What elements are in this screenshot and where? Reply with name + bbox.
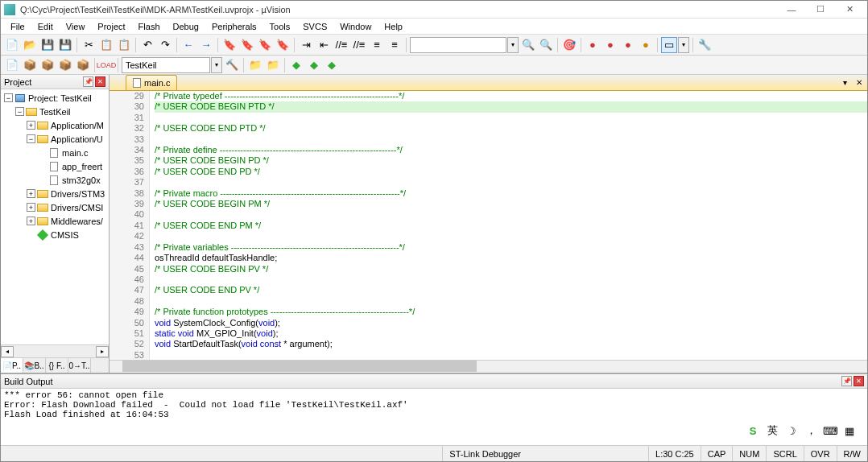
copy-icon[interactable]: 📋 [98,37,114,53]
expander-icon[interactable]: − [15,107,24,116]
panel-tab-3[interactable]: 0→T.. [68,358,91,373]
indent-icon[interactable]: ⇥ [298,37,314,53]
format2-icon[interactable]: ≡ [386,37,403,53]
manage-rte-icon[interactable]: ◆ [288,57,304,73]
expander-icon[interactable]: − [27,134,35,143]
tree-file-1-0[interactable]: main.c [1,146,109,159]
menu-view[interactable]: View [60,20,92,33]
redo-icon[interactable]: ↷ [157,37,173,53]
panel-tab-0[interactable]: 📄P.. [1,358,23,373]
target-select[interactable]: TestKeil [122,57,210,73]
menu-project[interactable]: Project [91,20,131,33]
select-packs-icon[interactable]: ◆ [324,57,340,73]
stop-build-icon[interactable]: 📦 [75,57,91,73]
menu-peripherals[interactable]: Peripherals [205,20,263,33]
minimize-button[interactable]: — [777,2,806,18]
breakpoint-kill-icon[interactable]: ● [638,37,654,53]
target-dropdown-icon[interactable]: ▾ [211,57,222,73]
debug-icon[interactable]: 🎯 [561,37,577,53]
save-icon[interactable]: 💾 [39,37,56,53]
menu-tools[interactable]: Tools [263,20,297,33]
breakpoint-icon[interactable]: ● [585,37,601,53]
window-layout-icon[interactable]: ▭ [661,37,677,53]
manage-env-icon[interactable]: 📁 [265,57,281,73]
menu-debug[interactable]: Debug [167,20,205,33]
expander-icon[interactable]: + [27,203,35,212]
pack-installer-icon[interactable]: ◆ [306,57,322,73]
nav-fwd-icon[interactable]: → [198,37,214,53]
project-hscroll[interactable]: ◂ ▸ [1,344,109,357]
tree-group-0[interactable]: +Application/M [1,118,109,132]
expander-icon[interactable]: + [27,217,35,225]
panel-pin-icon[interactable]: 📌 [83,76,93,87]
rebuild-icon[interactable]: 📦 [39,57,56,73]
paste-icon[interactable]: 📋 [116,37,132,53]
cut-icon[interactable]: ✂ [81,37,97,53]
build-pin-icon[interactable]: 📌 [841,376,852,386]
expander-icon[interactable]: + [27,121,35,130]
target-options-icon[interactable]: 🔨 [224,57,240,73]
batch-build-icon[interactable]: 📦 [57,57,73,73]
ime-floating-bar[interactable]: S 英 ☽ ， ⌨ ▦ [742,422,860,439]
uncomment-icon[interactable]: //≡ [351,37,367,53]
tree-file-1-1[interactable]: app_freert [1,159,109,173]
build-output-text[interactable]: *** error 56: cannot open file Error: Fl… [1,389,867,445]
tree-target[interactable]: −TestKeil [1,105,109,118]
undo-icon[interactable]: ↶ [139,37,155,53]
bookmark-clear-icon[interactable]: 🔖 [275,37,291,53]
bookmark-icon[interactable]: 🔖 [221,37,238,53]
tree-cmsis[interactable]: CMSIS [1,228,109,241]
panel-tab-2[interactable]: {} F.. [46,358,68,373]
scroll-thumb[interactable] [122,361,477,372]
panel-tab-1[interactable]: 📚B.. [23,358,46,373]
build-icon[interactable]: 📦 [22,57,38,73]
find-icon[interactable]: 🔍 [520,37,536,53]
editor-hscroll[interactable] [110,360,867,373]
expander-icon[interactable]: − [4,93,13,102]
ime-moon-icon[interactable]: ☽ [784,423,799,438]
tree-file-1-2[interactable]: stm32g0x [1,173,109,187]
project-tree[interactable]: −Project: TestKeil−TestKeil+Application/… [1,89,109,344]
editor-tab-main[interactable]: main.c [126,75,177,90]
tree-group-4[interactable]: +Middlewares/ [1,214,109,228]
outdent-icon[interactable]: ⇤ [316,37,332,53]
nav-back-icon[interactable]: ← [180,37,196,53]
file-ext-icon[interactable]: 📁 [247,57,263,73]
find-in-files-icon[interactable]: 🔍 [538,37,554,53]
open-file-icon[interactable]: 📂 [22,37,38,53]
bookmark-prev-icon[interactable]: 🔖 [239,37,255,53]
format-icon[interactable]: ≡ [369,37,385,53]
code-lines[interactable]: /* Private typedef ---------------------… [150,91,867,360]
build-close-icon[interactable]: ✕ [854,376,864,386]
editor-dropdown-icon[interactable]: ▾ [838,76,851,89]
panel-close-icon[interactable]: ✕ [95,76,105,87]
tree-project-root[interactable]: −Project: TestKeil [1,91,109,105]
code-area[interactable]: 2930313233343536373839404142434445464748… [110,91,867,360]
bookmark-next-icon[interactable]: 🔖 [257,37,273,53]
scroll-right-icon[interactable]: ▸ [96,346,109,357]
save-all-icon[interactable]: 💾 [57,37,73,53]
ime-punct-icon[interactable]: ， [804,423,818,438]
ime-grid-icon[interactable]: ▦ [842,423,857,438]
maximize-button[interactable]: ☐ [806,2,835,18]
breakpoint-disable-icon[interactable]: ● [620,37,636,53]
expander-icon[interactable]: + [27,189,35,198]
tree-group-2[interactable]: +Drivers/STM3 [1,187,109,200]
editor-close-icon[interactable]: ✕ [853,76,866,89]
ime-lang-icon[interactable]: 英 [765,423,779,438]
breakpoint-toggle-icon[interactable]: ● [602,37,618,53]
ime-keyboard-icon[interactable]: ⌨ [823,423,837,438]
ime-logo-icon[interactable]: S [746,423,760,438]
find-combo[interactable] [410,37,506,53]
find-dropdown-icon[interactable]: ▾ [507,37,519,53]
layout-dropdown-icon[interactable]: ▾ [678,37,689,53]
menu-file[interactable]: File [4,20,31,33]
menu-edit[interactable]: Edit [31,20,60,33]
close-button[interactable]: ✕ [835,2,864,18]
translate-icon[interactable]: 📄 [4,57,20,73]
tree-group-3[interactable]: +Drivers/CMSI [1,200,109,214]
menu-help[interactable]: Help [378,20,409,33]
scroll-left-icon[interactable]: ◂ [1,346,14,357]
menu-svcs[interactable]: SVCS [296,20,333,33]
new-file-icon[interactable]: 📄 [4,37,20,53]
